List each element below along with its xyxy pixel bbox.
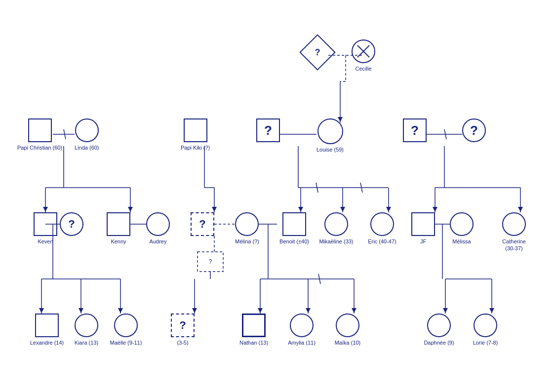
unknown4-shape: ? — [462, 118, 486, 142]
svg-marker-70 — [489, 308, 494, 313]
nathan-label: Nathan (13) — [237, 339, 271, 346]
maika-shape — [336, 314, 359, 337]
unknown3-shape: ? — [403, 118, 427, 142]
kenny-label: Kenny — [111, 238, 126, 245]
unknown6-shape: ? — [191, 212, 214, 236]
maelle-node: Maëlle (9-11) — [109, 314, 143, 346]
unknown-top-node: ? — [305, 39, 330, 65]
svg-marker-53 — [192, 308, 197, 313]
audrey-label: Audrey — [150, 238, 167, 245]
daphnee-shape — [427, 314, 451, 337]
melina-shape — [235, 212, 259, 236]
unknown4-node: ? — [462, 118, 486, 142]
svg-marker-34 — [433, 207, 437, 212]
keven-shape — [34, 212, 57, 236]
unknown5-node: ? — [60, 212, 83, 236]
daphnee-label: Daphnée (9) — [422, 339, 456, 346]
kenny-shape — [107, 212, 130, 236]
kiara-shape — [75, 314, 98, 337]
papi-kiki-node: Papi Kiki (?) — [181, 118, 210, 151]
amylia-shape — [290, 314, 314, 337]
kiara-node: Kiara (13) — [69, 314, 104, 346]
lorie-label: Lorie (7-8) — [468, 339, 503, 346]
daphnee-node: Daphnée (9) — [422, 314, 456, 346]
unknown-top-shape: ? — [299, 34, 336, 71]
melina-node: Mélina (?) — [235, 212, 259, 245]
svg-marker-20 — [212, 207, 217, 212]
svg-marker-68 — [443, 308, 448, 313]
svg-marker-28 — [340, 207, 345, 212]
mikaeline-shape — [324, 212, 348, 236]
unknown7-label: (3-5) — [177, 339, 188, 346]
svg-marker-59 — [258, 308, 263, 313]
catherine-node: Catherine (30-37) — [497, 212, 531, 252]
svg-rect-48 — [198, 252, 223, 272]
nathan-node: Nathan (13) — [237, 314, 271, 346]
unknown6-node: ? — [191, 212, 214, 236]
svg-marker-45 — [118, 308, 123, 313]
linda-label: Linda (60) — [75, 144, 99, 151]
svg-marker-30 — [386, 207, 391, 212]
louise-node: Louise (59) — [317, 118, 344, 153]
lorie-shape — [474, 314, 497, 337]
melissa-label: Mélissa — [452, 238, 471, 245]
unknown3-node: ? — [403, 118, 427, 142]
svg-text:?: ? — [209, 258, 212, 265]
svg-marker-26 — [298, 207, 303, 212]
maelle-shape — [114, 314, 138, 337]
linda-node: Linda (60) — [75, 118, 99, 151]
audrey-node: Audrey — [146, 212, 170, 245]
lorie-node: Lorie (7-8) — [468, 314, 503, 346]
svg-marker-13 — [43, 207, 48, 212]
kenny-node: Kenny — [107, 212, 130, 245]
mikaeline-label: Mikaëline (33) — [319, 238, 354, 245]
catherine-label: Catherine (30-37) — [497, 238, 531, 252]
benoit-node: Benoit (±40) — [277, 212, 312, 245]
maika-node: Maïka (10) — [330, 314, 365, 346]
lexandre-label: Lexandre (14) — [30, 339, 64, 346]
svg-marker-16 — [128, 207, 133, 212]
melissa-node: Mélissa — [450, 212, 474, 245]
catherine-shape — [502, 212, 526, 236]
mikaeline-node: Mikaëline (33) — [319, 212, 354, 245]
svg-line-57 — [318, 274, 320, 284]
kiara-label: Kiara (13) — [69, 339, 104, 346]
melissa-shape — [450, 212, 474, 236]
linda-shape — [75, 118, 99, 142]
keven-node: Keven — [34, 212, 57, 245]
eric-label: Eric (40-47) — [365, 238, 399, 245]
papi-christian-shape — [28, 118, 52, 142]
amylia-node: Amylia (11) — [284, 314, 319, 346]
unknown7-shape: ? — [171, 314, 195, 337]
papi-kiki-shape — [184, 118, 207, 142]
lexandre-shape — [35, 314, 59, 337]
eric-shape — [370, 212, 394, 236]
unknown5-shape: ? — [60, 212, 83, 236]
svg-line-23 — [316, 183, 318, 193]
cecille-label: Cecille — [355, 65, 371, 72]
unknown7-node: ? (3-5) — [171, 314, 195, 346]
keven-label: Keven — [38, 238, 53, 245]
svg-marker-61 — [306, 308, 311, 313]
papi-christian-label: Papi Christian (60) — [17, 144, 62, 151]
jf-label: JF — [420, 238, 426, 245]
svg-marker-43 — [79, 308, 83, 313]
louise-label: Louise (59) — [317, 146, 344, 153]
eric-node: Eric (40-47) — [365, 212, 399, 245]
unknown2-shape: ? — [256, 118, 280, 142]
jf-node: JF — [411, 212, 435, 245]
svg-line-24 — [360, 183, 362, 193]
svg-marker-36 — [518, 207, 523, 212]
jf-shape — [411, 212, 435, 236]
benoit-shape — [282, 212, 306, 236]
maika-label: Maïka (10) — [330, 339, 365, 346]
svg-marker-41 — [39, 308, 44, 313]
amylia-label: Amylia (11) — [284, 339, 319, 346]
papi-christian-node: Papi Christian (60) — [17, 118, 62, 151]
svg-line-6 — [64, 129, 66, 139]
lexandre-node: Lexandre (14) — [30, 314, 64, 346]
audrey-shape — [146, 212, 170, 236]
cecille-shape — [352, 39, 375, 63]
svg-marker-63 — [352, 308, 356, 313]
family-tree: ? ? — [0, 0, 554, 392]
